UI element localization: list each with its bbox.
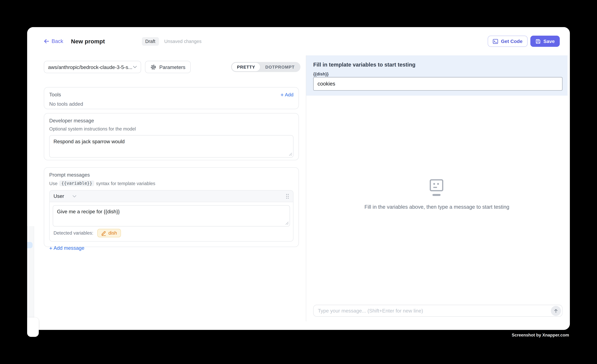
developer-message-card: Developer message Optional system instru…: [44, 113, 299, 160]
variable-code-chip: {{variable}}: [59, 180, 94, 186]
message-textarea[interactable]: Give me a recipe for {{dish}}: [53, 205, 290, 227]
role-value: User: [54, 193, 64, 199]
prompt-messages-card: Prompt messages Use {{variable}} syntax …: [44, 167, 299, 247]
back-label: Back: [52, 38, 63, 44]
add-message-button[interactable]: + Add message: [49, 245, 84, 251]
tools-title: Tools: [49, 92, 61, 98]
back-button[interactable]: Back: [44, 38, 63, 44]
drag-handle[interactable]: [286, 193, 289, 199]
tools-card: Tools + Add No tools added: [44, 87, 299, 109]
tools-empty-text: No tools added: [49, 101, 293, 107]
grip-dots-icon: [286, 193, 289, 199]
send-button[interactable]: [551, 306, 561, 316]
developer-message-textarea[interactable]: Respond as jack sparrow would: [49, 135, 293, 158]
terminal-icon: [493, 38, 498, 44]
hint-prefix: Use: [49, 181, 57, 186]
watermark-text: Screenshot by Xnapper.com: [512, 333, 569, 337]
message-body: Give me a recipe for {{dish}} Detected v…: [50, 202, 293, 241]
screenshot-stage: Back New prompt Draft Unsaved changes Ge…: [0, 0, 597, 364]
message-block: User: [49, 190, 293, 242]
get-code-button[interactable]: Get Code: [488, 36, 527, 47]
toggle-pretty[interactable]: PRETTY: [232, 63, 260, 71]
variable-badge-label: dish: [108, 230, 117, 236]
add-tool-button[interactable]: + Add: [281, 92, 293, 98]
model-select[interactable]: aws/anthropic/bedrock-claude-3-5-s...: [44, 61, 141, 73]
arrow-left-icon: [44, 39, 49, 44]
chevron-down-icon: [73, 195, 77, 197]
view-toggle: PRETTY DOTPROMPT: [231, 62, 300, 72]
chat-input[interactable]: Type your message... (Shift+Enter for ne…: [313, 305, 563, 317]
get-code-label: Get Code: [501, 38, 523, 44]
variable-value-input[interactable]: [313, 77, 563, 91]
prompt-messages-title: Prompt messages: [49, 172, 293, 178]
role-select[interactable]: User: [54, 193, 77, 199]
plus-icon: +: [49, 245, 52, 251]
unsaved-changes-text: Unsaved changes: [164, 38, 202, 44]
model-toolbar: aws/anthropic/bedrock-claude-3-5-s...: [44, 61, 300, 73]
status-badge: Draft: [142, 37, 159, 46]
test-panel: Fill in template variables to start test…: [306, 55, 570, 330]
chevron-down-icon: [133, 66, 137, 68]
gear-icon: [150, 64, 156, 70]
variables-title: Fill in template variables to start test…: [313, 61, 416, 68]
corner-popover: [27, 318, 39, 337]
developer-message-title: Developer message: [49, 118, 293, 124]
detected-variables-label: Detected variables:: [54, 230, 93, 236]
page-title: New prompt: [71, 38, 105, 45]
save-button[interactable]: Save: [530, 36, 560, 47]
variable-name-label: {{dish}}: [313, 72, 329, 76]
detected-variables-row: Detected variables: dish: [53, 227, 290, 238]
plus-icon: +: [281, 92, 283, 98]
template-syntax-hint: Use {{variable}} syntax for template var…: [49, 180, 293, 186]
empty-state: Fill in the variables above, then type a…: [306, 96, 567, 293]
prompt-editor-panel: aws/anthropic/bedrock-claude-3-5-s...: [27, 55, 306, 330]
rail-active-item[interactable]: [27, 242, 32, 248]
header: Back New prompt Draft Unsaved changes Ge…: [27, 27, 570, 55]
robot-face-icon: [429, 179, 445, 197]
empty-state-text: Fill in the variables above, then type a…: [364, 204, 509, 210]
message-header: User: [50, 190, 293, 202]
parameters-button[interactable]: Parameters: [145, 61, 191, 73]
pencil-icon: [101, 230, 106, 236]
chat-input-placeholder: Type your message... (Shift+Enter for ne…: [318, 308, 551, 314]
model-select-value: aws/anthropic/bedrock-claude-3-5-s...: [48, 64, 132, 70]
left-rail: [27, 226, 34, 330]
add-message-label: Add message: [54, 245, 84, 251]
add-tool-label: Add: [285, 92, 293, 98]
save-label: Save: [543, 38, 555, 44]
parameters-label: Parameters: [159, 64, 185, 70]
save-icon: [535, 38, 541, 44]
app-window: Back New prompt Draft Unsaved changes Ge…: [27, 27, 570, 330]
hint-suffix: syntax for template variables: [96, 181, 155, 186]
toggle-dotprompt[interactable]: DOTPROMPT: [260, 63, 300, 71]
arrow-up-icon: [554, 308, 558, 313]
header-actions: Get Code Save: [488, 36, 560, 47]
variable-badge-dish[interactable]: dish: [97, 229, 121, 237]
developer-message-subtitle: Optional system instructions for the mod…: [49, 126, 293, 132]
